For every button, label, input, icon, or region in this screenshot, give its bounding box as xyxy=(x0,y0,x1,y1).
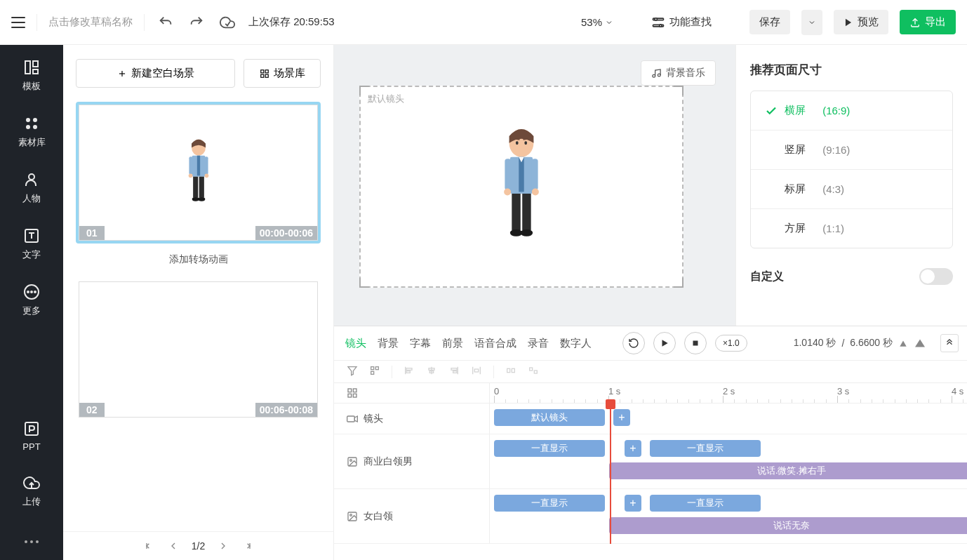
sidebar-more-dots[interactable] xyxy=(25,531,39,553)
add-transition-button[interactable]: 添加转场动画 xyxy=(76,253,321,266)
svg-point-57 xyxy=(521,229,533,236)
svg-rect-37 xyxy=(199,177,204,198)
timeline-tab-shot[interactable]: 镜头 xyxy=(342,334,369,353)
add-clip-button[interactable]: + xyxy=(625,495,641,512)
svg-point-9 xyxy=(26,118,30,122)
aspect-option-standard[interactable]: 标屏 (4:3) xyxy=(751,170,952,209)
add-clip-button[interactable]: + xyxy=(625,440,641,457)
playback-speed[interactable]: ×1.0 xyxy=(715,335,747,352)
prev-page-button[interactable] xyxy=(168,540,179,552)
timeline-tab-subtitle[interactable]: 字幕 xyxy=(407,334,434,353)
clip-default-shot[interactable]: 默认镜头 xyxy=(494,409,605,426)
scene-library-button[interactable]: 场景库 xyxy=(244,59,321,88)
music-icon xyxy=(651,68,662,79)
save-button[interactable]: 保存 xyxy=(749,10,790,34)
timeline-tool-layers[interactable] xyxy=(369,365,380,378)
svg-point-89 xyxy=(350,459,352,461)
svg-point-46 xyxy=(524,141,527,145)
sidebar-item-upload[interactable]: 上传 xyxy=(22,474,41,508)
add-clip-button[interactable]: + xyxy=(613,409,630,426)
aspect-option-square[interactable]: 方屏 (1:1) xyxy=(751,209,952,248)
zoom-in-icon[interactable] xyxy=(914,338,926,348)
timeline-tab-tts[interactable]: 语音合成 xyxy=(472,334,519,353)
clip-always-show[interactable]: 一直显示 xyxy=(494,440,605,457)
last-save-label: 上次保存 20:59:53 xyxy=(248,15,335,29)
sidebar-item-text[interactable]: 文字 xyxy=(22,227,41,261)
timeline-tab-avatar[interactable]: 数字人 xyxy=(557,334,594,353)
timeline-tab-record[interactable]: 录音 xyxy=(525,334,552,353)
new-blank-scene-button[interactable]: 新建空白场景 xyxy=(76,59,235,88)
zoom-out-icon[interactable] xyxy=(898,339,908,347)
aspect-option-landscape[interactable]: 横屏 (16:9) xyxy=(751,91,952,131)
svg-point-91 xyxy=(350,514,352,516)
redo-button[interactable] xyxy=(187,13,206,32)
aspect-option-portrait[interactable]: 竖屏 (9:16) xyxy=(751,131,952,170)
timeline-tool-align-center[interactable] xyxy=(426,365,437,378)
timeline-expand-button[interactable] xyxy=(940,334,959,352)
timeline-tool-ungroup[interactable] xyxy=(528,365,539,378)
svg-point-20 xyxy=(34,291,36,293)
clip-always-show[interactable]: 一直显示 xyxy=(650,495,761,512)
first-page-button[interactable] xyxy=(144,540,155,552)
svg-rect-6 xyxy=(25,61,30,74)
svg-rect-27 xyxy=(260,74,263,77)
timeline-tool-align-left[interactable] xyxy=(404,365,415,378)
grid-icon[interactable] xyxy=(347,387,358,399)
svg-rect-26 xyxy=(265,69,268,72)
export-button[interactable]: 导出 xyxy=(900,10,956,34)
sidebar-item-more[interactable]: 更多 xyxy=(22,284,41,317)
menu-toggle[interactable] xyxy=(11,17,25,28)
svg-marker-4 xyxy=(846,18,851,26)
save-dropdown[interactable] xyxy=(801,10,822,35)
last-page-button[interactable] xyxy=(241,540,253,552)
timeline-tool-align-right[interactable] xyxy=(448,365,460,378)
sidebar-item-templates[interactable]: 模板 xyxy=(22,59,41,93)
clip-talk-helpless[interactable]: 说话无奈 xyxy=(609,517,967,534)
scene-number: 02 xyxy=(79,403,105,417)
custom-size-toggle[interactable] xyxy=(919,268,953,285)
svg-rect-85 xyxy=(353,394,356,397)
zoom-control[interactable]: 53% xyxy=(581,16,613,28)
function-search[interactable]: 功能查找 xyxy=(651,15,712,29)
svg-point-2 xyxy=(655,18,657,20)
svg-rect-81 xyxy=(534,371,537,373)
canvas-frame[interactable]: 默认镜头 xyxy=(359,86,683,288)
background-music-button[interactable]: 背景音乐 xyxy=(641,60,716,86)
character-on-canvas[interactable] xyxy=(493,126,550,248)
timeline-tool-distribute[interactable] xyxy=(471,365,482,378)
check-icon xyxy=(765,105,778,117)
svg-point-34 xyxy=(188,173,192,178)
svg-rect-55 xyxy=(522,194,531,230)
svg-marker-61 xyxy=(915,339,925,347)
next-page-button[interactable] xyxy=(218,540,229,552)
image-icon xyxy=(347,456,358,467)
draft-name[interactable]: 点击修改草稿名称 xyxy=(48,15,133,29)
scene-card-02[interactable]: 02 00:06-00:08 xyxy=(76,279,321,420)
timeline-tool-filter[interactable] xyxy=(347,365,358,378)
svg-rect-79 xyxy=(512,368,514,372)
cloud-sync-icon[interactable] xyxy=(218,13,237,32)
camera-icon xyxy=(347,413,358,425)
clip-always-show[interactable]: 一直显示 xyxy=(494,495,605,512)
svg-rect-65 xyxy=(371,371,374,374)
timeline-tab-foreground[interactable]: 前景 xyxy=(439,334,466,353)
timeline-total-time: 6.6600 秒 xyxy=(850,337,893,349)
svg-rect-68 xyxy=(406,371,410,373)
play-button[interactable] xyxy=(653,332,676,354)
svg-point-45 xyxy=(516,141,519,145)
sidebar-item-ppt[interactable]: PPT xyxy=(22,420,40,452)
clip-always-show[interactable]: 一直显示 xyxy=(650,440,761,457)
svg-marker-62 xyxy=(348,367,356,375)
scene-card-01[interactable]: 01 00:00-00:06 xyxy=(76,102,321,244)
clip-talk-smile-wave[interactable]: 说话.微笑.摊右手 xyxy=(609,462,967,479)
stop-button[interactable] xyxy=(684,332,707,354)
timeline-tool-group[interactable] xyxy=(505,365,516,378)
sidebar-item-assets[interactable]: 素材库 xyxy=(18,115,46,149)
preview-button[interactable]: 预览 xyxy=(834,10,888,34)
svg-point-35 xyxy=(204,173,208,178)
sidebar-item-people[interactable]: 人物 xyxy=(22,171,41,205)
timeline-tab-background[interactable]: 背景 xyxy=(375,334,401,353)
undo-button[interactable] xyxy=(156,13,175,32)
rewind-button[interactable] xyxy=(622,332,645,354)
scene-time-range: 00:00-00:06 xyxy=(255,226,317,240)
